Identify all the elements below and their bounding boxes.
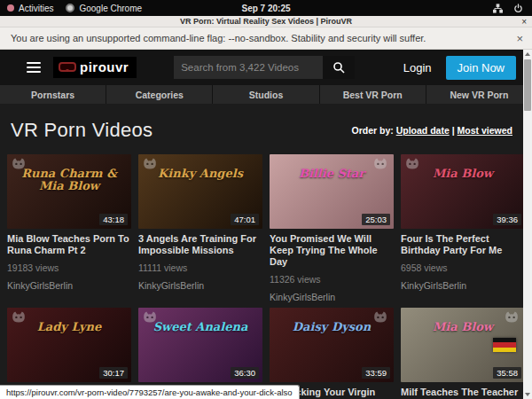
video-card[interactable]: Mia Blow 39:36 Four Is The Perfect Birth… — [401, 154, 525, 302]
chrome-infobar: You are using an unsupported command-lin… — [0, 27, 532, 50]
nav-item-pornstars[interactable]: Pornstars — [0, 85, 106, 104]
screen: Activities Google Chrome Sep 7 20:25 VR … — [0, 0, 532, 399]
video-card[interactable]: Kinky Angels 47:01 3 Angels Are Training… — [138, 154, 262, 302]
site-logo-text: pirouvr — [80, 59, 129, 74]
scrollbar-thumb[interactable] — [524, 59, 531, 111]
activities-dot-icon — [7, 4, 14, 12]
chrome-app-label: Google Chrome — [79, 4, 142, 13]
chrome-icon — [66, 4, 74, 12]
system-clock[interactable]: Sep 7 20:25 — [241, 4, 290, 13]
link-preview-status-bar: https://pirouvr.com/vr-porn-video/779325… — [0, 385, 300, 399]
video-thumbnail[interactable]: Kinky Angels 47:01 — [138, 154, 262, 229]
page-heading-row: VR Porn Videos Order by: Upload date | M… — [0, 104, 532, 154]
video-thumbnail[interactable]: Billie Star 25:03 — [270, 154, 394, 229]
video-card[interactable]: Mia Blow 35:58 Milf Teaches The Teacher … — [401, 308, 525, 399]
video-studio-link[interactable]: KinkyGirlsBerlin — [138, 280, 262, 291]
video-views: 11326 views — [270, 274, 394, 285]
video-thumbnail[interactable]: Mia Blow 35:58 — [401, 308, 525, 382]
video-card[interactable]: Runa Charm & Mia Blow 43:18 Mia Blow Tea… — [7, 154, 131, 302]
nav-item-best-vr-porn[interactable]: Best VR Porn — [319, 85, 426, 104]
window-title: VR Porn: Virtual Reality Sex Videos | Pi… — [180, 17, 352, 26]
chrome-app-indicator[interactable]: Google Chrome — [66, 4, 142, 13]
video-thumbnail[interactable]: Sweet Analena 36:30 — [138, 308, 262, 382]
video-duration-badge: 33:59 — [362, 367, 390, 379]
activities-label: Activities — [19, 4, 53, 13]
window-title-bar: VR Porn: Virtual Reality Sex Videos | Pi… — [0, 16, 532, 27]
page-title: VR Porn Videos — [11, 119, 153, 142]
search-button[interactable] — [323, 56, 355, 79]
video-title[interactable]: Mia Blow Teaches Porn To Runa Charm Pt 2 — [7, 233, 131, 256]
video-studio-link[interactable]: KinkyGirlsBerlin — [7, 280, 131, 291]
video-duration-badge: 36:30 — [231, 367, 259, 379]
order-by-controls: Order by: Upload date | Most viewed — [351, 125, 512, 136]
video-duration-badge: 25:03 — [362, 214, 390, 225]
video-views: 11111 views — [138, 262, 262, 273]
video-duration-badge: 43:18 — [99, 214, 128, 225]
video-views: 6958 views — [401, 262, 525, 273]
video-duration-badge: 47:01 — [231, 214, 259, 225]
thumbnail-overlay-text: Mia Blow — [401, 321, 525, 333]
network-tree-icon[interactable] — [493, 4, 503, 13]
video-thumbnail[interactable]: Mia Blow 39:36 — [401, 154, 525, 229]
hamburger-menu-icon[interactable] — [27, 62, 41, 73]
order-by-separator: | — [452, 125, 455, 136]
system-top-bar: Activities Google Chrome Sep 7 20:25 — [0, 0, 532, 16]
site-logo[interactable]: pirouvr — [53, 57, 137, 78]
video-thumbnail[interactable]: Daisy Dyson 33:59 — [270, 308, 394, 382]
video-duration-badge: 35:58 — [493, 367, 521, 379]
video-thumbnail[interactable]: Lady Lyne 30:17 — [7, 308, 131, 382]
scrollbar-up-arrow-icon[interactable] — [523, 50, 532, 59]
order-by-label: Order by: — [351, 125, 393, 136]
thumbnail-overlay-text: Mia Blow — [401, 168, 525, 180]
browser-viewport: pirouvr Login Join Now Pornstars Categor… — [0, 50, 532, 399]
search-input[interactable] — [174, 56, 323, 79]
video-title[interactable]: Four Is The Perfect Birthday Party For M… — [401, 233, 525, 256]
order-by-upload-date-link[interactable]: Upload date — [396, 125, 450, 136]
scrollbar-down-arrow-icon[interactable] — [523, 390, 532, 399]
video-card[interactable]: Billie Star 25:03 You Promised We Will K… — [270, 154, 394, 302]
search-bar — [174, 56, 355, 79]
video-title[interactable]: You Promised We Will Keep Trying The Who… — [270, 233, 394, 268]
german-flag-decoration — [493, 338, 516, 352]
video-duration-badge: 39:36 — [493, 214, 521, 225]
video-studio-link[interactable]: KinkyGirlsBerlin — [401, 280, 525, 291]
page-scrollbar[interactable] — [523, 50, 532, 399]
video-duration-badge: 30:17 — [99, 367, 128, 379]
nav-item-new-vr-porn[interactable]: New VR Porn — [426, 85, 532, 104]
infobar-close-icon[interactable]: × — [516, 32, 523, 45]
thumbnail-overlay-text: Runa Charm & Mia Blow — [7, 168, 131, 192]
nav-item-studios[interactable]: Studios — [212, 85, 318, 104]
login-link[interactable]: Login — [403, 61, 432, 74]
infobar-message: You are using an unsupported command-lin… — [0, 33, 426, 43]
main-nav: Pornstars Categories Studios Best VR Por… — [0, 85, 532, 104]
activities-button[interactable]: Activities — [7, 4, 53, 13]
video-title[interactable]: Milf Teaches The Teacher Some Practical … — [401, 387, 525, 399]
thumbnail-overlay-text: Sweet Analena — [138, 321, 262, 333]
video-studio-link[interactable]: KinkyGirlsBerlin — [270, 292, 394, 302]
video-views: 19183 views — [7, 262, 131, 273]
site-header: pirouvr Login Join Now — [0, 50, 532, 85]
thumbnail-overlay-text: Daisy Dyson — [270, 321, 394, 333]
thumbnail-overlay-text: Billie Star — [270, 168, 394, 180]
order-by-most-viewed-link[interactable]: Most viewed — [458, 125, 512, 136]
video-title[interactable]: 3 Angels Are Training For Impossible Mis… — [138, 233, 262, 256]
video-thumbnail[interactable]: Runa Charm & Mia Blow 43:18 — [7, 154, 131, 229]
nav-item-categories[interactable]: Categories — [106, 85, 212, 104]
window-close-icon[interactable]: × — [521, 16, 527, 27]
thumbnail-overlay-text: Lady Lyne — [7, 321, 131, 333]
search-icon — [332, 61, 345, 74]
thumbnail-overlay-text: Kinky Angels — [138, 168, 262, 180]
vr-goggles-icon — [59, 62, 76, 72]
video-grid: Runa Charm & Mia Blow 43:18 Mia Blow Tea… — [0, 154, 532, 399]
power-icon[interactable] — [513, 4, 523, 13]
join-now-button[interactable]: Join Now — [446, 56, 516, 80]
